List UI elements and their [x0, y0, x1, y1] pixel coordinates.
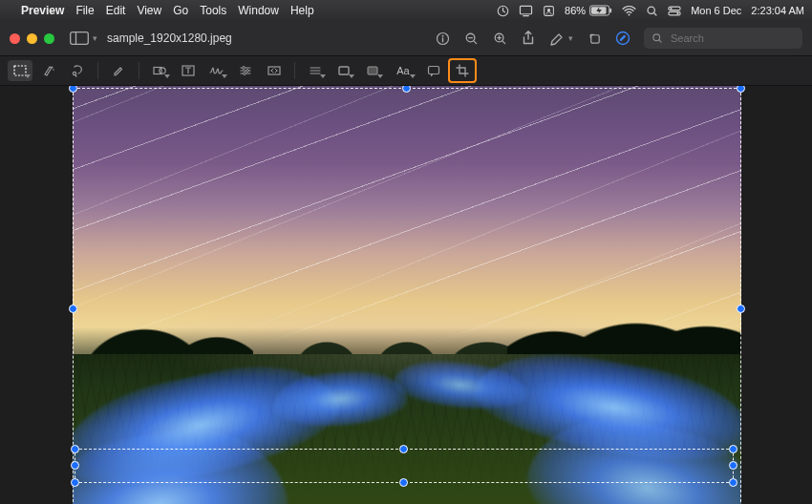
svg-point-23 [52, 67, 53, 69]
svg-rect-1 [521, 6, 532, 13]
svg-point-7 [629, 13, 630, 15]
tool-instant-alpha[interactable] [36, 60, 61, 81]
status-battery[interactable]: 86% [565, 5, 612, 16]
crop-handle-sw[interactable] [71, 478, 79, 487]
preview-window: ▾ sample_1920x1280.jpeg ▾ [0, 21, 812, 504]
image-stage[interactable] [73, 86, 741, 504]
tool-sketch[interactable] [106, 60, 131, 81]
menu-edit[interactable]: Edit [106, 4, 126, 17]
search-icon [652, 32, 663, 44]
svg-rect-6 [609, 9, 611, 13]
menu-help[interactable]: Help [290, 4, 314, 17]
info-button[interactable] [435, 31, 450, 46]
crop-handle-w[interactable] [71, 461, 79, 470]
selection-handle-nw[interactable] [69, 86, 77, 93]
svg-rect-35 [429, 67, 439, 74]
svg-point-3 [547, 9, 550, 11]
svg-rect-34 [368, 67, 377, 74]
highlight-button[interactable] [549, 31, 565, 46]
selection-handle-ne[interactable] [737, 86, 745, 93]
svg-point-27 [160, 68, 165, 74]
selection-marquee[interactable] [73, 88, 741, 504]
battery-percent: 86% [565, 5, 586, 16]
status-spotlight-icon[interactable] [646, 5, 658, 17]
tool-annotate[interactable] [421, 60, 446, 81]
crop-handle-se[interactable] [729, 478, 737, 487]
menu-go[interactable]: Go [173, 4, 188, 17]
status-time[interactable]: 2:23:04 AM [751, 5, 804, 16]
status-sync-icon[interactable] [497, 5, 509, 17]
selection-handle-e[interactable] [737, 304, 745, 313]
window-traffic-lights [10, 33, 54, 44]
zoom-out-button[interactable] [463, 31, 479, 46]
menu-tools[interactable]: Tools [200, 4, 226, 17]
crop-handle-ne[interactable] [729, 445, 737, 453]
app-name[interactable]: Preview [21, 4, 64, 17]
svg-point-10 [671, 7, 673, 9]
tool-text[interactable] [176, 60, 201, 81]
tool-shapes[interactable] [147, 60, 172, 81]
tool-crop[interactable] [450, 60, 475, 81]
svg-point-31 [244, 73, 246, 75]
status-wifi-icon[interactable] [622, 6, 636, 16]
window-zoom-button[interactable] [44, 33, 54, 44]
rotate-button[interactable] [587, 31, 602, 46]
svg-point-30 [246, 70, 249, 73]
menu-view[interactable]: View [137, 4, 161, 17]
svg-rect-13 [71, 32, 89, 45]
menu-file[interactable]: File [75, 4, 94, 17]
chevron-down-icon[interactable]: ▾ [93, 33, 97, 43]
svg-point-12 [677, 12, 679, 14]
tool-text-style[interactable]: Aa [389, 60, 417, 81]
markup-toolbar: Aa [0, 56, 812, 86]
menu-window[interactable]: Window [238, 4, 279, 17]
tool-adjust-size[interactable] [262, 60, 287, 81]
sidebar-toggle-button[interactable] [70, 32, 89, 45]
svg-rect-33 [339, 67, 349, 74]
svg-point-16 [441, 34, 443, 36]
window-titlebar: ▾ sample_1920x1280.jpeg ▾ [0, 21, 812, 56]
titlebar-actions: ▾ [435, 28, 802, 49]
canvas[interactable] [0, 86, 812, 504]
tool-fill-color[interactable] [360, 60, 385, 81]
tool-lasso[interactable] [65, 60, 90, 81]
svg-rect-22 [14, 66, 26, 75]
crop-handle-e[interactable] [729, 461, 737, 470]
document-title: sample_1920x1280.jpeg [107, 32, 232, 45]
selection-handle-n[interactable] [402, 86, 411, 93]
status-control-center-icon[interactable] [668, 5, 681, 17]
crop-handle-s[interactable] [399, 478, 408, 487]
status-date[interactable]: Mon 6 Dec [691, 5, 741, 16]
svg-point-24 [53, 69, 54, 71]
chevron-down-icon[interactable]: ▾ [568, 33, 573, 43]
selection-handle-w[interactable] [69, 304, 77, 313]
search-field[interactable] [644, 28, 802, 49]
battery-icon [589, 5, 612, 16]
crop-marquee[interactable] [75, 449, 734, 483]
crop-handle-nw[interactable] [71, 445, 79, 453]
crop-handle-n[interactable] [399, 445, 408, 453]
svg-rect-19 [590, 34, 598, 42]
window-close-button[interactable] [10, 33, 20, 44]
tool-sign[interactable] [204, 60, 229, 81]
svg-point-29 [243, 67, 246, 70]
status-display-icon[interactable] [519, 5, 533, 17]
search-input[interactable] [669, 32, 787, 45]
markup-toggle-button[interactable] [615, 31, 630, 46]
svg-rect-32 [268, 67, 280, 74]
share-button[interactable] [521, 31, 536, 46]
tool-border-color[interactable] [331, 60, 356, 81]
tool-shape-style[interactable] [303, 60, 328, 81]
svg-point-25 [73, 72, 75, 74]
window-minimize-button[interactable] [27, 33, 37, 44]
macos-menubar: Preview File Edit View Go Tools Window H… [0, 0, 812, 21]
tool-adjust-color[interactable] [233, 60, 258, 81]
status-user-icon[interactable] [543, 5, 555, 17]
zoom-in-button[interactable] [492, 31, 507, 46]
tool-selection[interactable] [8, 60, 32, 81]
